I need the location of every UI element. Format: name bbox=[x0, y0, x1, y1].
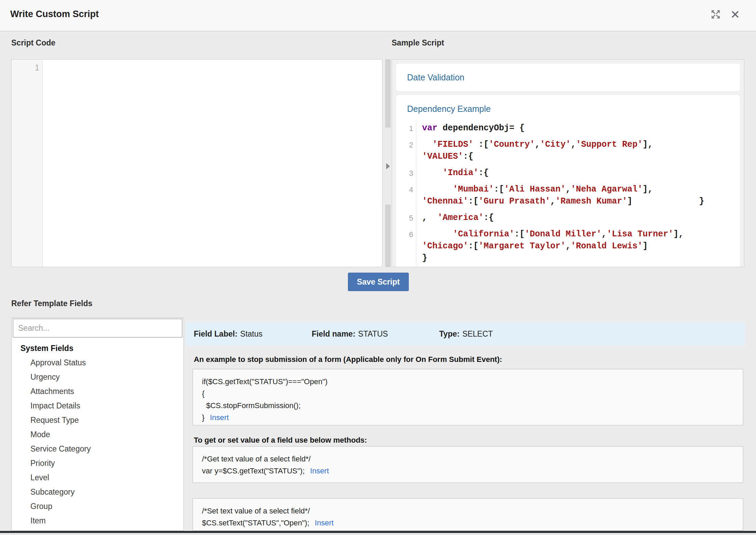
code-line-text: } bbox=[202, 413, 204, 422]
line-number: 4 bbox=[398, 184, 413, 196]
field-item[interactable]: Item bbox=[12, 513, 184, 528]
field-item[interactable]: Subcategory bbox=[12, 485, 184, 499]
field-item[interactable]: Approval Status bbox=[12, 355, 184, 370]
search-input[interactable] bbox=[13, 318, 183, 338]
sample-code-line: 1var dependencyObj= { bbox=[422, 122, 733, 134]
field-name-info: Field name: STATUS bbox=[312, 323, 388, 345]
line-number: 2 bbox=[398, 139, 413, 151]
set-text-code-box: /*Set text value of a select field*/ $CS… bbox=[192, 498, 743, 531]
code-line: }Insert bbox=[202, 412, 734, 423]
field-item[interactable]: Level bbox=[12, 470, 184, 485]
sample-code-line: 5, 'America':{ bbox=[422, 212, 733, 224]
code-input-area[interactable] bbox=[43, 60, 382, 267]
sample-section-dependency-example: Dependency Example 1var dependencyObj= {… bbox=[396, 95, 740, 267]
splitter-track-top bbox=[385, 59, 391, 128]
get-text-code-box: /*Get text value of a select field*/ var… bbox=[192, 446, 743, 483]
field-label-key: Field Label: bbox=[194, 329, 238, 339]
code-line: $CS.setText("STATUS","Open");Insert bbox=[202, 517, 734, 529]
splitter-track-bottom bbox=[385, 205, 391, 267]
field-item[interactable]: Group bbox=[12, 499, 184, 513]
dialog-header-actions bbox=[710, 9, 740, 20]
field-info-bar: Field Label: Status Field name: STATUS T… bbox=[186, 323, 745, 345]
dialog-title: Write Custom Script bbox=[10, 9, 99, 19]
field-type-value: SELECT bbox=[462, 329, 493, 339]
sample-code-line: 2 'FIELDS' :['Country','City','Support R… bbox=[422, 139, 733, 162]
field-name-value: STATUS bbox=[358, 329, 388, 339]
field-item[interactable]: Request Type bbox=[12, 413, 184, 427]
sample-code-line: 3 'India':{ bbox=[422, 167, 733, 179]
line-number: 3 bbox=[398, 167, 413, 179]
sample-section-title[interactable]: Dependency Example bbox=[396, 95, 740, 120]
line-number: 5 bbox=[398, 212, 413, 224]
editor-line-number: 1 bbox=[35, 63, 39, 72]
field-label-info: Field Label: Status bbox=[194, 323, 262, 345]
sample-section-date-validation[interactable]: Date Validation bbox=[396, 64, 740, 91]
code-line-text: var y=$CS.getText("STATUS"); bbox=[202, 467, 305, 475]
code-line: /*Get text value of a select field*/ bbox=[202, 453, 734, 465]
insert-link[interactable]: Insert bbox=[315, 519, 334, 527]
stop-submission-heading: An example to stop submission of a form … bbox=[194, 355, 502, 364]
field-item[interactable]: Service Category bbox=[12, 442, 184, 456]
splitter-handle[interactable] bbox=[385, 128, 391, 205]
script-code-label: Script Code bbox=[11, 38, 55, 48]
stop-submission-code-box: if($CS.getText("STATUS")==="Open") { $CS… bbox=[192, 369, 743, 426]
line-number: 1 bbox=[398, 122, 413, 134]
fields-list: System Fields Approval StatusUrgencyAtta… bbox=[12, 338, 184, 531]
save-script-button[interactable]: Save Script bbox=[348, 273, 409, 291]
dialog-header: Write Custom Script bbox=[0, 0, 756, 31]
line-number: 6 bbox=[398, 229, 413, 240]
sample-code-line: 4 'Mumbai':['Ali Hassan','Neha Agarwal']… bbox=[422, 183, 733, 207]
refer-template-fields-label: Refer Template Fields bbox=[11, 299, 92, 308]
code-line: /*Set text value of a select field*/ bbox=[202, 505, 734, 517]
write-custom-script-dialog: Write Custom Script bbox=[0, 0, 756, 535]
get-set-heading: To get or set value of a field use below… bbox=[194, 436, 367, 445]
field-item[interactable]: Priority bbox=[12, 456, 184, 470]
code-line: if($CS.getText("STATUS")==="Open") bbox=[202, 376, 734, 388]
insert-link[interactable]: Insert bbox=[310, 467, 329, 475]
code-line: { bbox=[202, 388, 734, 400]
field-type-info: Type: SELECT bbox=[439, 323, 493, 345]
code-line: var y=$CS.getText("STATUS");Insert bbox=[202, 465, 734, 477]
field-item[interactable]: Attachments bbox=[12, 384, 184, 399]
field-item[interactable]: Created Date bbox=[12, 528, 184, 531]
script-code-editor[interactable]: 1 bbox=[11, 59, 382, 267]
expand-icon[interactable] bbox=[710, 9, 721, 20]
insert-link[interactable]: Insert bbox=[210, 413, 229, 422]
sample-code-line: 6 'California':['Donald Miller','Lisa Tu… bbox=[422, 228, 733, 264]
sample-code-block: 1var dependencyObj= {2 'FIELDS' :['Count… bbox=[396, 120, 740, 266]
field-name-key: Field name: bbox=[312, 329, 355, 339]
fields-group-header: System Fields bbox=[12, 341, 184, 355]
editor-line-gutter: 1 bbox=[12, 60, 43, 267]
panel-splitter[interactable] bbox=[385, 59, 391, 267]
sample-section-title[interactable]: Date Validation bbox=[407, 73, 464, 82]
close-icon[interactable] bbox=[730, 9, 740, 19]
bottom-padding bbox=[0, 533, 756, 535]
sample-script-panel: Date Validation Dependency Example 1var … bbox=[392, 59, 744, 267]
field-item[interactable]: Impact Details bbox=[12, 399, 184, 413]
field-label-value: Status bbox=[240, 329, 262, 339]
template-fields-panel: System Fields Approval StatusUrgencyAtta… bbox=[11, 317, 184, 531]
field-type-key: Type: bbox=[439, 329, 460, 339]
field-item[interactable]: Urgency bbox=[12, 370, 184, 384]
field-item[interactable]: Mode bbox=[12, 427, 184, 442]
code-line: $CS.stopFormSubmission(); bbox=[202, 400, 734, 412]
code-line-text: $CS.setText("STATUS","Open"); bbox=[202, 519, 309, 527]
sample-script-label: Sample Script bbox=[392, 38, 444, 48]
collapse-arrow-icon[interactable] bbox=[386, 163, 390, 169]
